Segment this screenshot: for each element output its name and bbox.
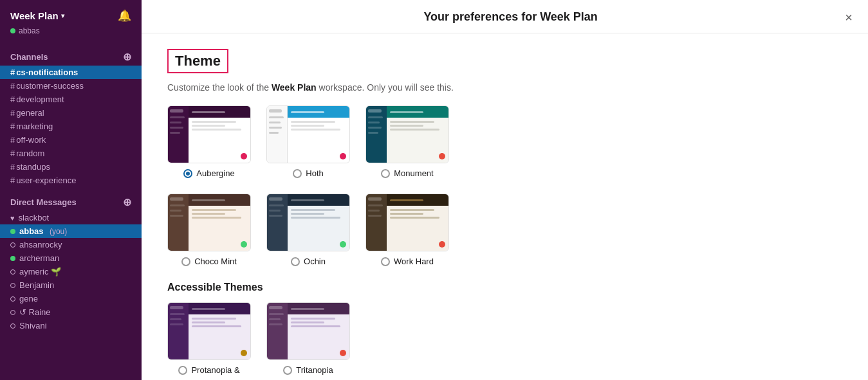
sidebar-dm-slackbot[interactable]: ♥ slackbot (0, 211, 142, 224)
hash-icon: # (10, 122, 15, 131)
accessible-themes-grid: Protanopia & (167, 302, 842, 375)
workspace-chevron-icon: ▾ (61, 12, 64, 19)
offline-status-dot (10, 283, 15, 288)
hash-icon: # (10, 149, 15, 158)
close-button[interactable]: × (845, 11, 853, 24)
sidebar-dm-gene[interactable]: gene (0, 292, 142, 305)
hash-icon: # (10, 95, 15, 104)
workspace-name[interactable]: Week Plan ▾ (10, 10, 64, 21)
offline-status-dot (10, 269, 15, 275)
sidebar-item-off-work[interactable]: # off-work (0, 133, 142, 147)
hoth-sidebar (267, 106, 288, 163)
themes-grid-row2: Choco Mint (167, 194, 842, 266)
hash-icon: # (10, 68, 15, 77)
offline-status-dot (10, 323, 15, 329)
bell-icon[interactable]: 🔔 (118, 9, 131, 23)
ochin-sidebar (267, 194, 288, 251)
channels-section-header: Channels ⊕ (0, 42, 142, 66)
sidebar-dm-archerman[interactable]: archerman (0, 251, 142, 265)
chocomint-radio[interactable] (181, 257, 190, 266)
main-content: Your preferences for Week Plan × Theme C… (142, 0, 868, 380)
accessible-section-title: Accessible Themes (167, 282, 842, 293)
theme-chocomint[interactable]: Choco Mint (167, 194, 251, 266)
sidebar-header: Week Plan ▾ 🔔 (0, 0, 142, 25)
monument-preview (365, 105, 449, 163)
workhard-sidebar (366, 194, 387, 251)
sidebar-item-general[interactable]: # general (0, 106, 142, 120)
theme-description: Customize the look of the Week Plan work… (167, 82, 842, 93)
protanopia-radio-row: Protanopia & (178, 365, 239, 375)
user-status-dot (10, 28, 15, 33)
dialog-body: Theme Customize the look of the Week Pla… (142, 33, 868, 380)
offline-status-dot (10, 310, 15, 315)
sidebar-dm-shivani[interactable]: Shivani (0, 319, 142, 332)
aubergine-radio[interactable] (183, 169, 192, 178)
sidebar-item-customer-success[interactable]: # customer-success (0, 79, 142, 93)
workhard-radio[interactable] (381, 257, 390, 266)
sidebar-dm-raine[interactable]: ↺ Raine (0, 305, 142, 319)
themes-grid-row1: Aubergine (167, 105, 842, 178)
online-status-dot (10, 256, 15, 261)
channels-label: Channels (10, 52, 48, 62)
hoth-radio[interactable] (293, 169, 302, 178)
sidebar-dm-aymeric[interactable]: aymeric 🌱 (0, 265, 142, 278)
chocomint-sidebar (168, 194, 189, 251)
theme-tritanopia[interactable]: Tritanopia (266, 302, 350, 375)
dialog-title: Your preferences for Week Plan (176, 10, 845, 24)
sidebar-item-user-experience[interactable]: # user-experience (0, 174, 142, 187)
theme-protanopia[interactable]: Protanopia & (167, 302, 251, 375)
sidebar: Week Plan ▾ 🔔 abbas Channels ⊕ # cs-noti… (0, 0, 142, 380)
monument-sidebar (366, 106, 387, 163)
sidebar-user: abbas (0, 25, 142, 42)
hash-icon: # (10, 135, 15, 145)
add-dm-icon[interactable]: ⊕ (123, 196, 131, 208)
online-status-dot (10, 229, 15, 234)
chocomint-radio-row: Choco Mint (181, 257, 237, 266)
hash-icon: # (10, 176, 15, 185)
sidebar-item-standups[interactable]: # standups (0, 160, 142, 174)
theme-ochin[interactable]: Ochin (266, 194, 350, 266)
sidebar-dm-abbas[interactable]: abbas (you) (0, 224, 142, 238)
sidebar-item-cs-notifications[interactable]: # cs-notifications (0, 66, 142, 79)
sidebar-item-random[interactable]: # random (0, 147, 142, 160)
theme-aubergine[interactable]: Aubergine (167, 105, 251, 178)
hoth-preview (266, 105, 350, 163)
tritanopia-preview (266, 302, 350, 360)
sidebar-item-development[interactable]: # development (0, 93, 142, 106)
chocomint-preview (167, 194, 251, 251)
theme-workhard[interactable]: Work Hard (365, 194, 449, 266)
protanopia-radio[interactable] (178, 366, 187, 375)
sidebar-dm-ahsanrocky[interactable]: ahsanrocky (0, 238, 142, 251)
hash-icon: # (10, 162, 15, 172)
hoth-radio-row: Hoth (293, 168, 323, 178)
workhard-radio-row: Work Hard (381, 257, 434, 266)
aubergine-sidebar (168, 106, 189, 163)
dm-section-header: Direct Messages ⊕ (0, 187, 142, 211)
heart-icon: ♥ (10, 214, 15, 222)
offline-status-dot (10, 242, 15, 248)
tritanopia-radio-row: Tritanopia (283, 365, 333, 375)
aubergine-preview (167, 105, 251, 163)
theme-monument[interactable]: Monument (365, 105, 449, 178)
sidebar-dm-benjamin[interactable]: Benjamin (0, 278, 142, 292)
ochin-radio-row: Ochin (291, 257, 326, 266)
sidebar-item-marketing[interactable]: # marketing (0, 120, 142, 133)
ochin-preview (266, 194, 350, 251)
theme-hoth[interactable]: Hoth (266, 105, 350, 178)
tritanopia-sidebar (267, 303, 288, 359)
tritanopia-radio[interactable] (283, 366, 292, 375)
workspace-label: Week Plan (10, 10, 59, 21)
ochin-radio[interactable] (291, 257, 300, 266)
dialog-header: Your preferences for Week Plan × (142, 0, 868, 33)
add-channel-icon[interactable]: ⊕ (123, 51, 131, 63)
hash-icon: # (10, 108, 15, 118)
protanopia-preview (167, 302, 251, 360)
hash-icon: # (10, 81, 15, 91)
workhard-preview (365, 194, 449, 251)
protanopia-sidebar (168, 303, 189, 359)
offline-status-dot (10, 296, 15, 302)
monument-radio[interactable] (381, 169, 390, 178)
sidebar-username: abbas (19, 26, 40, 35)
aubergine-radio-row: Aubergine (183, 168, 234, 178)
monument-radio-row: Monument (381, 168, 433, 178)
